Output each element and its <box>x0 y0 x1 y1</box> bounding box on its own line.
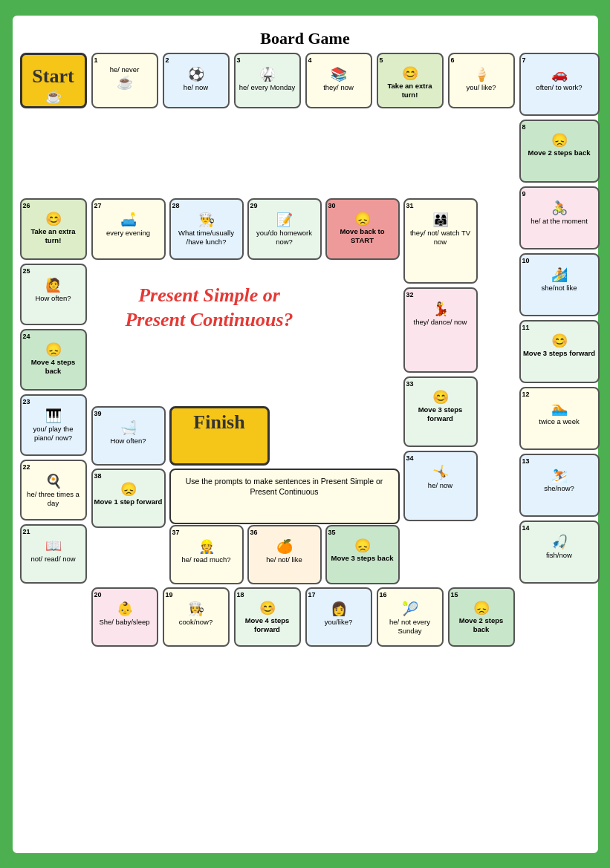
num-10: 10 <box>522 257 530 265</box>
cell-39: 39 🛁 How often? <box>91 406 166 466</box>
cell-22: 22 🍳 he/ three times a day <box>20 460 87 521</box>
cell-34: 34 🤸 he/ now <box>403 451 478 521</box>
cell-18: 18 😊 Move 4 steps forward <box>234 587 301 647</box>
icon-6: 🍦 <box>473 66 490 83</box>
num-30: 30 <box>328 202 336 210</box>
num-20: 20 <box>94 591 102 599</box>
label-2: he/ now <box>184 83 208 91</box>
label-39: How often? <box>110 437 146 445</box>
num-31: 31 <box>406 202 414 210</box>
subtitle-line2: Present Continuous? <box>125 309 293 330</box>
center-text: Present Simple or Present Continuous? <box>106 283 314 333</box>
cell-26: 26 😊 Take an extra turn! <box>20 198 87 260</box>
label-32: they/ dance/ now <box>414 318 467 326</box>
icon-16: 🎾 <box>402 601 418 618</box>
cell-33: 33 😊 Move 3 steps forward <box>403 376 478 447</box>
num-19: 19 <box>166 591 173 599</box>
cell-17: 17 👩 you/like? <box>305 587 372 647</box>
instructions-box: Use the prompts to make sentences in Pre… <box>169 469 400 524</box>
label-29: you/do homework now? <box>250 229 319 246</box>
icon-12: 🏊 <box>551 400 568 417</box>
cell-38: 38 😞 Move 1 step forward <box>91 469 166 528</box>
label-14: fish/now <box>546 551 572 559</box>
num-11: 11 <box>522 324 530 332</box>
cell-6: 6 🍦 you/ like? <box>448 53 515 108</box>
label-37: he/ read much? <box>181 555 230 564</box>
label-19: cook/now? <box>179 618 212 626</box>
num-2: 2 <box>166 56 169 65</box>
num-6: 6 <box>451 56 455 65</box>
label-31: they/ not/ watch TV now <box>406 229 475 246</box>
icon-14: 🎣 <box>551 534 568 551</box>
cell-9: 9 🚴 he/ at the moment <box>519 186 600 249</box>
label-28: What time/usually /have lunch? <box>172 229 241 246</box>
label-16: he/ not every Sunday <box>380 618 441 635</box>
label-1: he/ never <box>110 65 140 74</box>
icon-21: 📖 <box>45 538 62 555</box>
num-24: 24 <box>23 333 30 341</box>
cell-7: 7 🚗 often/ to work? <box>519 53 600 116</box>
label-27: every evening <box>106 229 150 237</box>
cell-15: 15 😞 Move 2 steps back <box>448 587 515 647</box>
icon-15: 😞 <box>473 600 490 617</box>
num-5: 5 <box>380 56 383 65</box>
icon-20: 👶 <box>117 601 133 618</box>
icon-22: 🍳 <box>45 473 62 490</box>
label-23: you/ play the piano/ now? <box>23 425 84 442</box>
icon-24: 😞 <box>45 342 62 359</box>
icon-38: 😞 <box>120 481 137 498</box>
icon-27: 🛋️ <box>120 212 137 229</box>
instructions-text: Use the prompts to make sentences in Pre… <box>186 477 383 497</box>
label-33: Move 3 steps forward <box>406 405 475 422</box>
icon-35: 😞 <box>354 538 371 555</box>
label-8: Move 2 steps back <box>528 149 591 157</box>
label-26: Take an extra turn! <box>23 227 84 244</box>
icon-30: 😞 <box>354 211 371 228</box>
subtitle-line1: Present Simple or <box>138 284 280 306</box>
board-grid: Start ☕ 1 he/ never ☕ 2 ⚽ he/ now 3 🥋 he… <box>20 53 600 758</box>
label-21: not/ read/ now <box>30 555 75 563</box>
num-37: 37 <box>172 529 180 537</box>
cell-4: 4 📚 they/ now <box>305 53 372 108</box>
num-25: 25 <box>23 267 30 275</box>
cell-10: 10 🏄 she/not like <box>519 253 600 316</box>
label-17: you/like? <box>325 618 353 626</box>
label-36: he/ not/ like <box>266 555 302 564</box>
cell-1: 1 he/ never ☕ <box>91 53 158 108</box>
icon-36: 🍊 <box>276 538 293 555</box>
num-23: 23 <box>23 398 30 406</box>
icon-5: 😊 <box>402 65 418 82</box>
cell-16: 16 🎾 he/ not every Sunday <box>377 587 444 647</box>
cell-21: 21 📖 not/ read/ now <box>20 524 87 584</box>
num-36: 36 <box>250 529 258 537</box>
icon-17: 👩 <box>331 601 347 618</box>
num-7: 7 <box>522 56 526 65</box>
label-20: She/ baby/sleep <box>99 618 149 626</box>
label-24: Move 4 steps back <box>23 358 84 375</box>
icon-10: 🏄 <box>551 267 568 284</box>
cell-30: 30 😞 Move back to START <box>325 198 400 260</box>
cell-20: 20 👶 She/ baby/sleep <box>91 587 158 647</box>
cell-5: 5 😊 Take an extra turn! <box>377 53 444 108</box>
label-15: Move 2 steps back <box>451 616 512 633</box>
cell-8: 8 😞 Move 2 steps back <box>519 120 600 183</box>
num-15: 15 <box>451 591 458 599</box>
cell-13: 13 ⛷️ she/now? <box>519 454 600 517</box>
label-30: Move back to START <box>328 227 397 244</box>
num-26: 26 <box>23 202 30 210</box>
cell-25: 25 🙋 How often? <box>20 264 87 325</box>
cell-2: 2 ⚽ he/ now <box>163 53 230 108</box>
label-3: he/ every Monday <box>239 83 296 91</box>
icon-34: 🤸 <box>432 464 449 481</box>
num-18: 18 <box>237 591 244 599</box>
cell-29: 29 📝 you/do homework now? <box>247 198 322 260</box>
icon-4: 📚 <box>331 66 347 83</box>
icon-9: 🚴 <box>551 200 568 217</box>
cell-31: 31 👨‍👩‍👧 they/ not/ watch TV now <box>403 198 478 284</box>
num-33: 33 <box>406 380 414 388</box>
label-6: you/ like? <box>466 83 496 91</box>
num-27: 27 <box>94 202 102 210</box>
label-4: they/ now <box>323 83 354 91</box>
num-35: 35 <box>328 529 336 537</box>
icon-2: ⚽ <box>188 66 204 83</box>
